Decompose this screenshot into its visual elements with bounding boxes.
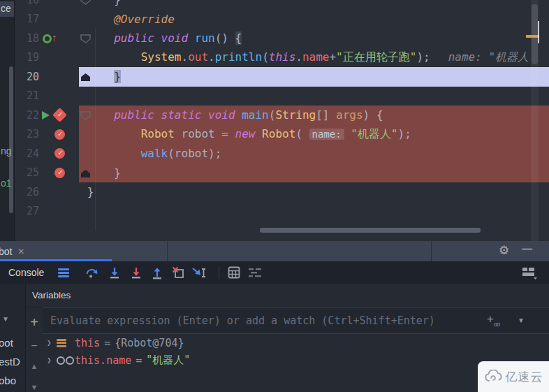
code-line-23[interactable]: 23✓ Robot robot = new Robot( name: "机器人"… <box>14 125 549 145</box>
code-band <box>79 87 549 106</box>
gutter[interactable] <box>39 48 79 68</box>
hide-toolwindow-icon[interactable]: — <box>522 242 532 254</box>
run-main-icon[interactable] <box>42 111 50 119</box>
toolbar-separator <box>219 266 219 279</box>
gutter[interactable] <box>39 202 79 222</box>
fold-start-icon[interactable] <box>80 34 91 46</box>
force-step-into-icon[interactable] <box>129 265 144 280</box>
fold-end-icon[interactable] <box>80 72 91 85</box>
code-line-20[interactable]: 20 } <box>14 67 549 87</box>
gear-icon[interactable]: ⚙ <box>499 243 509 258</box>
this-icon <box>57 337 75 348</box>
header-divider <box>431 241 432 261</box>
gutter[interactable]: ✓ <box>39 125 79 145</box>
project-panel-edge[interactable]: cengo1 <box>0 0 15 241</box>
evaluate-expression-input[interactable] <box>49 314 549 328</box>
step-over-icon[interactable] <box>84 265 99 280</box>
code-text: public static void main(String[] args) { <box>79 108 383 122</box>
step-into-icon[interactable] <box>107 265 122 280</box>
layout-settings-icon[interactable] <box>520 265 537 280</box>
code-line-17[interactable]: 17 @Override <box>14 10 549 29</box>
step-out-icon[interactable] <box>149 265 165 280</box>
line-number: 25 <box>14 166 39 179</box>
code-editor[interactable]: 16 }17 @Override18↑ public void run() {1… <box>14 0 549 241</box>
expand-chevron-icon[interactable]: ❯ <box>47 356 57 365</box>
gutter[interactable]: ✓ <box>39 144 79 164</box>
run-to-cursor-icon[interactable] <box>191 265 207 280</box>
hamburger-icon[interactable] <box>56 265 71 280</box>
frame-item[interactable]: estD <box>0 356 20 368</box>
frame-item[interactable]: oot <box>0 337 13 349</box>
code-line-21[interactable]: 21 <box>14 87 549 106</box>
overrides-method-icon[interactable] <box>43 34 52 43</box>
line-number: 26 <box>14 186 39 198</box>
line-breakpoint-icon[interactable]: ✓ <box>54 168 65 178</box>
code-line-16[interactable]: 16 } <box>14 0 549 10</box>
code-line-18[interactable]: 18↑ public void run() { <box>14 29 549 48</box>
fold-start-icon[interactable] <box>80 0 91 8</box>
project-tree-item[interactable]: o1 <box>1 177 14 189</box>
project-tree-item[interactable]: ng <box>1 145 14 157</box>
gutter[interactable]: ↑ <box>39 29 79 48</box>
variable-row[interactable]: ❯this={Robot@704} <box>43 334 549 351</box>
breakpoint-line-highlight: } <box>79 164 549 183</box>
editor-horizontal-scrollbar-thumb[interactable] <box>260 228 481 233</box>
project-tree-item[interactable]: ce <box>1 3 14 14</box>
project-panel-scrollbar[interactable] <box>9 66 13 213</box>
gutter[interactable] <box>39 10 79 29</box>
line-breakpoint-icon[interactable]: ✓ <box>54 148 65 159</box>
method-breakpoint-icon[interactable]: ✓ <box>52 108 67 122</box>
debug-session-tab[interactable]: Robot ✕ <box>0 241 29 261</box>
code-line-24[interactable]: 24✓ walk(robot); <box>14 144 549 164</box>
code-text: public void run() { <box>79 31 242 45</box>
navigate-up-icon[interactable]: ↑ <box>52 31 57 45</box>
gutter[interactable] <box>39 67 79 87</box>
code-text: System.out.println(this.name+"正在用轮子跑");n… <box>79 50 529 65</box>
debug-tab-label: Robot <box>0 246 12 257</box>
code-line-19[interactable]: 19 System.out.println(this.name+"正在用轮子跑"… <box>14 48 549 68</box>
chevron-down-icon[interactable]: ▼ <box>518 317 525 324</box>
code-band: } <box>79 182 549 202</box>
close-icon[interactable]: ✕ <box>17 247 24 256</box>
code-line-25[interactable]: 25✓ } <box>14 164 549 183</box>
add-to-watches-icon[interactable]: +oo <box>487 313 502 328</box>
code-text: @Override <box>79 13 175 26</box>
line-number: 24 <box>14 147 39 160</box>
line-breakpoint-icon[interactable]: ✓ <box>54 129 65 140</box>
tab-console[interactable]: Console <box>8 261 44 284</box>
expand-chevron-icon[interactable]: ❯ <box>47 338 57 347</box>
breakpoint-line-highlight: Robot robot = new Robot( name: "机器人"); <box>79 125 549 145</box>
line-number: 16 <box>14 0 39 6</box>
move-watch-down-button[interactable]: ▼ <box>26 383 43 391</box>
drop-frame-icon[interactable] <box>170 265 186 280</box>
code-line-22[interactable]: 22✓ public static void main(String[] arg… <box>14 106 549 125</box>
line-number: 21 <box>14 89 39 102</box>
editor-vertical-scrollbar-thumb[interactable] <box>532 4 538 64</box>
frame-item[interactable]: obo <box>0 375 16 386</box>
code-band: public void run() { <box>79 29 549 48</box>
cloud-logo-icon <box>484 370 502 384</box>
gutter[interactable] <box>39 182 79 202</box>
chevron-down-icon[interactable]: ▼ <box>2 315 9 323</box>
variable-row[interactable]: ❯this.name="机器人" <box>43 351 549 369</box>
code-line-27[interactable]: 27 <box>14 202 549 222</box>
gutter[interactable] <box>39 87 79 106</box>
add-watch-button[interactable]: + <box>26 314 43 331</box>
gutter[interactable]: ✓ <box>39 164 79 183</box>
fold-end-icon[interactable] <box>80 168 91 181</box>
line-number: 20 <box>14 71 39 83</box>
code-band <box>79 202 549 222</box>
gutter[interactable]: ✓ <box>39 106 79 125</box>
line-number: 17 <box>14 13 39 25</box>
evaluate-calculator-icon[interactable] <box>226 265 242 280</box>
frames-panel[interactable]: ▼ ootestDobo <box>0 284 26 392</box>
move-watch-up-button[interactable]: ▲ <box>26 362 43 370</box>
gutter[interactable] <box>39 0 79 10</box>
trace-stream-icon[interactable] <box>247 265 263 280</box>
watermark-text: 亿速云 <box>506 369 543 385</box>
code-line-26[interactable]: 26 } <box>14 182 549 202</box>
header-divider <box>167 241 168 261</box>
remove-watch-button[interactable]: − <box>26 340 43 352</box>
breakpoint-line-highlight: public static void main(String[] args) { <box>79 106 549 125</box>
fold-start-icon[interactable] <box>80 110 91 123</box>
